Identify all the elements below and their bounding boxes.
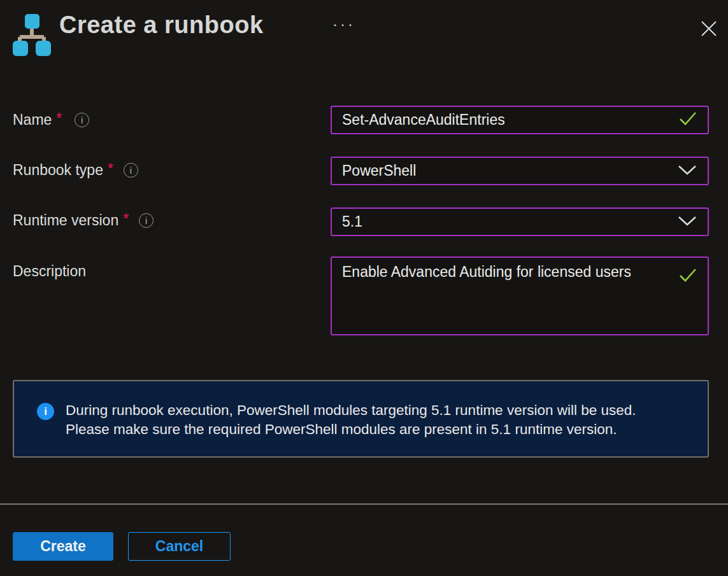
name-input-value: Set-AdvanceAuditEntries bbox=[342, 111, 672, 129]
runtime-version-dropdown[interactable]: 5.1 bbox=[331, 207, 709, 236]
runbook-type-field-label-group: Runbook type * i bbox=[13, 162, 138, 179]
required-asterisk: * bbox=[56, 110, 62, 127]
info-circle-icon: i bbox=[37, 403, 54, 420]
runbook-type-selected-value: PowerShell bbox=[342, 162, 671, 179]
name-input[interactable]: Set-AdvanceAuditEntries bbox=[331, 106, 709, 134]
chevron-down-icon bbox=[677, 213, 697, 230]
info-banner-line: Please make sure the required PowerShell… bbox=[66, 420, 636, 439]
runtime-version-field-label-group: Runtime version * i bbox=[13, 212, 153, 229]
chevron-down-icon bbox=[677, 162, 697, 179]
info-glyph: i bbox=[130, 165, 132, 176]
runbook-type-field-label: Runbook type bbox=[13, 162, 103, 179]
create-button[interactable]: Create bbox=[13, 532, 113, 561]
description-value: Enable Advanced Autiding for licensed us… bbox=[342, 263, 672, 281]
info-icon[interactable]: i bbox=[124, 163, 138, 178]
runtime-info-banner: i During runbook execution, PowerShell m… bbox=[13, 380, 709, 458]
info-glyph: i bbox=[44, 405, 47, 418]
create-runbook-panel: Create a runbook ··· Name * i Set-Advanc… bbox=[0, 0, 728, 576]
runtime-version-selected-value: 5.1 bbox=[342, 213, 671, 230]
footer-divider bbox=[0, 503, 728, 505]
valid-checkmark-icon bbox=[678, 111, 697, 130]
description-textarea[interactable]: Enable Advanced Autiding for licensed us… bbox=[331, 256, 709, 335]
info-banner-text: During runbook execution, PowerShell mod… bbox=[66, 401, 636, 439]
valid-checkmark-icon bbox=[678, 267, 697, 286]
name-field-label: Name bbox=[13, 111, 52, 129]
close-icon[interactable] bbox=[697, 17, 721, 41]
info-banner-line: During runbook execution, PowerShell mod… bbox=[66, 401, 636, 420]
runbook-hierarchy-icon bbox=[11, 11, 52, 57]
info-icon[interactable]: i bbox=[75, 113, 89, 127]
info-icon[interactable]: i bbox=[139, 213, 153, 228]
info-glyph: i bbox=[81, 115, 83, 125]
description-field-label: Description bbox=[13, 263, 86, 280]
page-title: Create a runbook bbox=[59, 11, 264, 39]
cancel-button[interactable]: Cancel bbox=[128, 532, 231, 561]
required-asterisk: * bbox=[123, 211, 129, 228]
required-asterisk: * bbox=[108, 160, 113, 178]
info-glyph: i bbox=[145, 216, 147, 226]
name-field-label-group: Name * i bbox=[13, 111, 89, 129]
runtime-version-field-label: Runtime version bbox=[13, 212, 118, 229]
runbook-type-dropdown[interactable]: PowerShell bbox=[331, 157, 709, 185]
more-options-icon[interactable]: ··· bbox=[332, 15, 355, 33]
description-field-label-group: Description bbox=[13, 263, 86, 280]
